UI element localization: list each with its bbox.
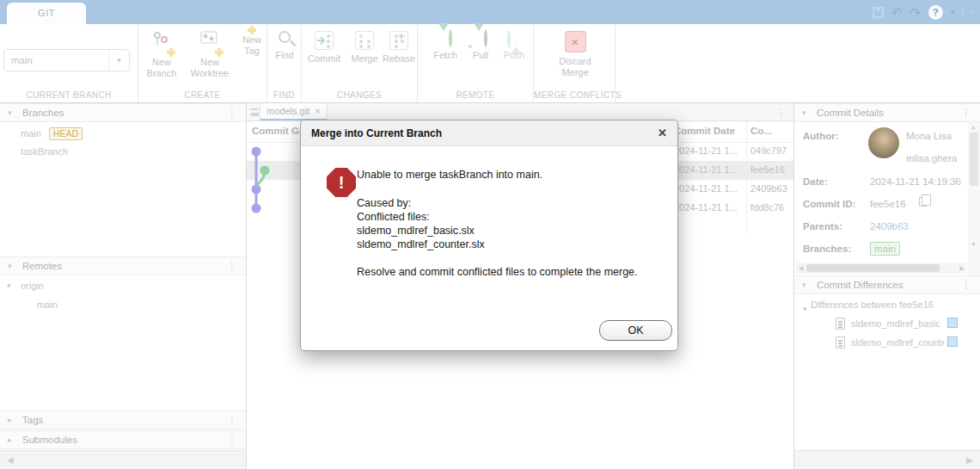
collapse-arrow-icon[interactable]: ▾ xyxy=(7,281,11,290)
branch-item-main[interactable]: mainHEAD xyxy=(21,127,83,140)
commit-id: 049c797 xyxy=(750,145,790,156)
expand-arrow-icon[interactable]: ▸ xyxy=(8,435,12,444)
close-tab-icon[interactable]: × xyxy=(315,106,320,116)
remotes-section-header[interactable]: ▾ Remotes ⋮ xyxy=(0,256,246,275)
new-tag-button[interactable]: New Tag xyxy=(238,31,266,57)
author-label: Author: xyxy=(803,131,839,141)
minimize-ribbon-icon[interactable]: ▾ xyxy=(971,9,975,16)
remotes-title: Remotes xyxy=(22,261,62,271)
kebab-menu-icon[interactable]: ⋮ xyxy=(961,279,971,291)
scrollbar-thumb[interactable] xyxy=(970,133,978,186)
copy-icon[interactable] xyxy=(919,197,927,207)
undo-icon[interactable]: ↶ xyxy=(891,6,903,19)
column-header-date[interactable]: Commit Date xyxy=(674,126,735,136)
pull-icon xyxy=(474,31,487,46)
scroll-up-icon[interactable]: ▲ xyxy=(971,124,977,130)
commit-differences-header[interactable]: ▾ Commit Differences ⋮ xyxy=(794,275,980,294)
section-label: CREATE xyxy=(138,90,266,100)
help-icon[interactable]: ? xyxy=(928,5,943,20)
dialog-titlebar[interactable]: Merge into Current Branch ✕ xyxy=(301,120,677,146)
differences-group[interactable]: ▾ Differences between fee5e16 xyxy=(803,299,975,315)
fetch-button[interactable]: Fetch xyxy=(428,31,462,61)
commit-details-title: Commit Details xyxy=(817,108,884,118)
ok-button[interactable]: OK xyxy=(599,320,672,341)
rebase-button[interactable]: Rebase xyxy=(381,31,417,65)
toolbar-divider xyxy=(962,5,963,19)
section-merge-conflicts: × Discard Merge MERGE CONFLICTS xyxy=(534,24,616,102)
dialog-title: Merge into Current Branch xyxy=(311,127,442,139)
scrollbar-thumb[interactable] xyxy=(806,264,940,272)
pull-label: Pull xyxy=(473,50,488,61)
dialog-close-icon[interactable]: ✕ xyxy=(658,127,667,139)
horizontal-scrollbar[interactable]: ◀ ▶ xyxy=(796,262,967,274)
current-branch-combobox[interactable]: main ▾ xyxy=(3,49,130,71)
kebab-menu-icon[interactable]: ⋮ xyxy=(776,107,787,119)
push-button[interactable]: Push xyxy=(499,31,530,61)
collapse-arrow-icon[interactable]: ▾ xyxy=(802,281,806,289)
scroll-down-icon[interactable]: ▼ xyxy=(971,241,977,247)
branches-section-header[interactable]: ▾ Branches ⋮ xyxy=(0,103,246,122)
collapse-panel-icon[interactable]: ▶ xyxy=(966,455,973,465)
new-tag-label: New Tag xyxy=(238,34,266,57)
kebab-menu-icon[interactable]: ⋮ xyxy=(227,434,237,446)
collapse-arrow-icon[interactable]: ▾ xyxy=(803,305,807,313)
new-branch-icon xyxy=(152,31,171,53)
pull-button[interactable]: Pull xyxy=(465,31,496,61)
document-tabbar: models.git × ⋮ xyxy=(247,103,793,121)
parent-commit-link[interactable]: 2409b63 xyxy=(870,221,909,231)
section-label: CURRENT BRANCH xyxy=(0,90,138,100)
find-button[interactable]: Find xyxy=(273,31,297,61)
branch-main-label: main xyxy=(21,128,41,139)
scroll-right-icon[interactable]: ▶ xyxy=(960,265,965,272)
diff-checkbox[interactable] xyxy=(947,336,958,347)
branch-item-taskbranch[interactable]: taskBranch xyxy=(21,146,68,157)
fetch-label: Fetch xyxy=(433,50,457,61)
tab-models-git[interactable]: models.git × xyxy=(260,103,328,120)
merge-button[interactable]: Merge xyxy=(346,31,383,65)
new-branch-label: New Branch xyxy=(142,57,181,79)
commit-details-header[interactable]: ▾ Commit Details ⋮ xyxy=(794,103,980,122)
combobox-arrow-icon[interactable]: ▾ xyxy=(108,50,129,71)
redo-icon[interactable]: ↷ xyxy=(910,6,921,19)
discard-merge-button[interactable]: × Discard Merge xyxy=(549,31,601,78)
submodules-section-header[interactable]: ▸ Submodules ⋮ xyxy=(0,430,246,449)
commit-id: fee5e16 xyxy=(750,164,790,175)
save-icon[interactable] xyxy=(873,7,884,18)
help-dropdown-icon[interactable]: ▾ xyxy=(951,9,955,16)
section-remote: Fetch Pull Push REMOTE xyxy=(418,24,534,102)
collapse-arrow-icon[interactable]: ▾ xyxy=(8,262,12,270)
new-branch-button[interactable]: New Branch xyxy=(142,31,181,79)
collapse-arrow-icon[interactable]: ▾ xyxy=(8,108,12,117)
kebab-menu-icon[interactable]: ⋮ xyxy=(227,414,237,426)
commit-date: 2024-11-21 1... xyxy=(674,183,738,194)
new-worktree-button[interactable]: New Worktree xyxy=(183,31,236,79)
expand-arrow-icon[interactable]: ▸ xyxy=(8,416,12,424)
commit-icon xyxy=(315,31,334,50)
column-header-id[interactable]: Co... xyxy=(750,126,772,136)
kebab-menu-icon[interactable]: ⋮ xyxy=(227,260,237,272)
current-branch-value: main xyxy=(11,50,33,71)
tab-git[interactable]: GIT xyxy=(7,3,86,24)
titlebar: GIT ↶ ↷ ? ▾ ▾ xyxy=(0,0,980,24)
vertical-scrollbar[interactable]: ▲ ▼ xyxy=(968,122,980,275)
kebab-menu-icon[interactable]: ⋮ xyxy=(961,107,971,119)
left-panel-bottombar: ◀ xyxy=(0,450,246,469)
rebase-label: Rebase xyxy=(383,53,415,65)
tags-section-header[interactable]: ▸ Tags ⋮ xyxy=(0,410,246,429)
discard-merge-icon: × xyxy=(565,31,586,52)
kebab-menu-icon[interactable]: ⋮ xyxy=(227,107,237,119)
commit-details-panel: ▾ Commit Details ⋮ Author: Mona Lisa mli… xyxy=(793,103,980,469)
commit-button[interactable]: Commit xyxy=(303,31,345,65)
collapse-arrow-icon[interactable]: ▾ xyxy=(802,108,806,117)
collapse-panel-icon[interactable]: ◀ xyxy=(7,455,14,465)
author-name: Mona Lisa xyxy=(906,131,952,141)
remote-branch-main[interactable]: main xyxy=(37,299,58,310)
diff-checkbox[interactable] xyxy=(947,318,958,328)
remote-item-origin[interactable]: ▾ origin xyxy=(21,281,44,291)
document-bar-icon[interactable] xyxy=(251,108,259,116)
author-email: mlisa.ghera xyxy=(906,153,957,164)
scroll-left-icon[interactable]: ◀ xyxy=(799,265,803,272)
commit-id: fdd8c76 xyxy=(750,202,790,213)
rebase-icon xyxy=(389,31,408,50)
fetch-icon xyxy=(438,31,452,46)
